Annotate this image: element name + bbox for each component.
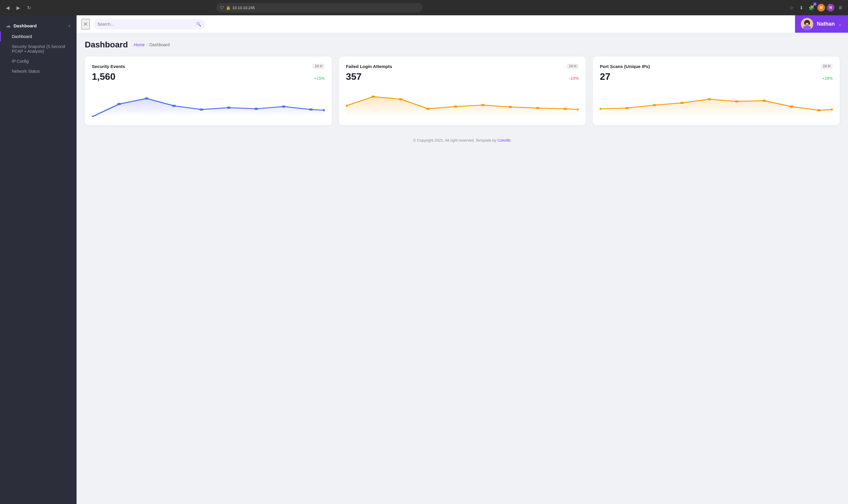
- card-failed-logins: Failed Login Attempts 24 H 357 -10%: [339, 56, 586, 125]
- user-chevron-icon: ⌄: [838, 22, 842, 26]
- svg-point-25: [453, 105, 457, 108]
- star-button[interactable]: ☆: [787, 3, 796, 12]
- sidebar-group-label: Dashboard: [14, 23, 37, 28]
- card-failed-logins-title: Failed Login Attempts: [346, 64, 392, 69]
- card-port-scans-value-row: 27 +28%: [600, 71, 833, 83]
- download-button[interactable]: ⬇: [797, 3, 806, 12]
- card-security-events-badge: 24 H: [312, 64, 324, 69]
- card-security-events-change: +15%: [314, 76, 324, 81]
- sidebar-item-network-status[interactable]: Network Status: [0, 66, 76, 76]
- card-port-scans-title: Port Scans (Unique IPs): [600, 64, 650, 69]
- avatar: [801, 18, 813, 30]
- forward-button[interactable]: ▶: [14, 3, 22, 12]
- sidebar-section-dashboard: ☁ Dashboard ∧ Dashboard Security Snapsho…: [0, 15, 76, 81]
- card-failed-logins-badge: 24 H: [566, 64, 579, 69]
- card-port-scans-change: +28%: [822, 76, 833, 81]
- profile-avatar-1[interactable]: M: [817, 4, 825, 12]
- sidebar: ☁ Dashboard ∧ Dashboard Security Snapsho…: [0, 15, 76, 504]
- card-port-scans-header: Port Scans (Unique IPs) 24 H: [600, 64, 833, 69]
- svg-point-34: [652, 104, 656, 106]
- card-port-scans-value: 27: [600, 71, 610, 82]
- svg-point-35: [680, 102, 684, 104]
- card-port-scans-badge: 24 H: [820, 64, 833, 69]
- sidebar-group-label-left: ☁ Dashboard: [6, 23, 37, 29]
- cards-row: Security Events 24 H 1,560 +15%: [85, 56, 840, 125]
- close-button[interactable]: ✕: [81, 19, 90, 30]
- footer-text: © Copyright 2021. All right reserved. Te…: [413, 138, 497, 143]
- card-security-events-title: Security Events: [92, 64, 125, 69]
- card-security-events: Security Events 24 H 1,560 +15%: [85, 56, 332, 125]
- browser-chrome: ◀ ▶ ↻ 🛡 🔒 10.10.10.245 ☆ ⬇ 🧩 M N ≡: [0, 0, 848, 15]
- top-bar: ✕ 🔍 ⛶: [76, 15, 848, 33]
- card-failed-logins-header: Failed Login Attempts 24 H: [346, 64, 579, 69]
- browser-actions: ☆ ⬇ 🧩 M N ≡: [787, 3, 845, 12]
- sidebar-group-chevron: ∧: [68, 24, 71, 28]
- svg-point-29: [563, 108, 567, 110]
- sidebar-item-dashboard[interactable]: Dashboard: [0, 32, 76, 41]
- cloud-icon: ☁: [6, 23, 11, 29]
- profile-avatar-2[interactable]: N: [827, 4, 834, 12]
- svg-point-37: [735, 101, 739, 103]
- svg-point-13: [172, 105, 176, 107]
- page-title: Dashboard: [85, 40, 128, 50]
- page-header: Dashboard Home / Dashboard: [85, 40, 840, 50]
- user-name: Nathan: [817, 21, 835, 27]
- sidebar-group-dashboard[interactable]: ☁ Dashboard ∧: [0, 20, 76, 32]
- card-port-scans-chart: [600, 87, 833, 117]
- main-content: ✕ 🔍 ⛶: [76, 15, 848, 504]
- svg-point-8: [808, 21, 810, 25]
- footer-link[interactable]: Colorlib: [497, 138, 510, 143]
- breadcrumb-home[interactable]: Home: [134, 42, 145, 47]
- sidebar-item-security-snapshot[interactable]: Security Snapshot (5 Second PCAP + Analy…: [0, 41, 76, 56]
- sidebar-item-ip-config[interactable]: IP Config: [0, 56, 76, 66]
- svg-point-38: [762, 100, 766, 102]
- search-bar[interactable]: 🔍: [93, 19, 205, 30]
- svg-point-27: [508, 106, 512, 108]
- svg-marker-31: [600, 99, 833, 117]
- breadcrumb: Home / Dashboard: [134, 42, 169, 47]
- card-security-events-chart: [92, 87, 325, 117]
- user-badge[interactable]: Nathan ⌄: [795, 15, 848, 33]
- card-failed-logins-chart: [346, 87, 579, 117]
- search-input[interactable]: [97, 22, 194, 26]
- card-failed-logins-change: -10%: [569, 76, 579, 81]
- svg-point-7: [804, 21, 806, 25]
- svg-point-22: [371, 96, 375, 98]
- svg-point-39: [789, 105, 794, 108]
- shield-icon: 🛡: [220, 5, 224, 10]
- svg-point-40: [817, 109, 821, 112]
- card-security-events-value: 1,560: [92, 71, 115, 82]
- breadcrumb-separator: /: [147, 42, 148, 47]
- back-button[interactable]: ◀: [3, 3, 12, 12]
- reload-button[interactable]: ↻: [25, 3, 33, 12]
- svg-point-26: [481, 104, 485, 106]
- card-failed-logins-value-row: 357 -10%: [346, 71, 579, 83]
- card-security-events-header: Security Events 24 H: [92, 64, 325, 69]
- svg-point-16: [254, 108, 258, 110]
- page-content: Dashboard Home / Dashboard Security Even…: [76, 33, 848, 504]
- svg-point-18: [309, 108, 313, 111]
- url-text: 10.10.10.245: [232, 5, 255, 10]
- card-port-scans: Port Scans (Unique IPs) 24 H 27 +28%: [593, 56, 840, 125]
- breadcrumb-current: Dashboard: [149, 42, 170, 47]
- page-footer: © Copyright 2021. All right reserved. Te…: [85, 132, 840, 148]
- svg-marker-20: [346, 96, 579, 117]
- svg-point-14: [199, 108, 203, 111]
- svg-point-12: [145, 97, 149, 100]
- svg-point-24: [426, 108, 430, 110]
- svg-point-33: [625, 107, 629, 109]
- svg-point-11: [117, 103, 121, 105]
- svg-point-23: [399, 98, 403, 101]
- card-failed-logins-value: 357: [346, 71, 362, 82]
- url-bar[interactable]: 🛡 🔒 10.10.10.245: [216, 3, 422, 12]
- svg-point-36: [707, 98, 711, 101]
- lock-icon: 🔒: [226, 5, 231, 10]
- card-security-events-value-row: 1,560 +15%: [92, 71, 325, 83]
- menu-button[interactable]: ≡: [836, 3, 845, 12]
- svg-point-15: [227, 107, 231, 109]
- app-layout: ☁ Dashboard ∧ Dashboard Security Snapsho…: [0, 15, 848, 504]
- svg-point-28: [536, 107, 540, 109]
- svg-point-17: [282, 105, 286, 108]
- avatar-svg: [801, 18, 813, 30]
- extensions-button[interactable]: 🧩: [807, 3, 816, 12]
